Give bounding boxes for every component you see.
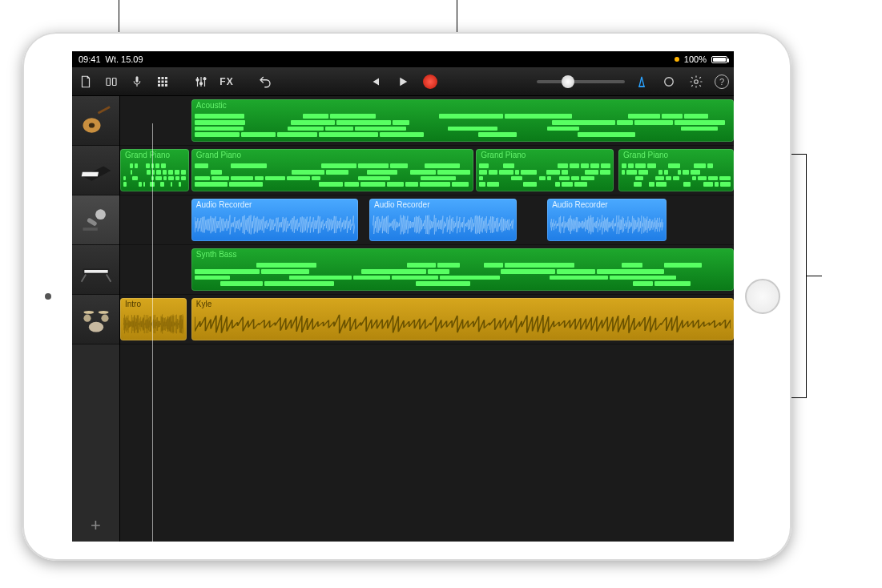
undo-icon[interactable]: [256, 73, 274, 91]
ipad-frame: 09:41 Wt. 15.09 100% FX: [22, 32, 791, 561]
fx-button[interactable]: FX: [218, 73, 236, 91]
svg-point-18: [203, 77, 206, 79]
toolbar: FX: [72, 67, 734, 96]
region-label: Audio Recorder: [374, 200, 429, 209]
home-button[interactable]: [745, 279, 780, 314]
mic-icon[interactable]: [128, 73, 146, 91]
region-label: Audio Recorder: [552, 200, 607, 209]
transport-controls: [365, 73, 437, 91]
track-lane[interactable]: Audio RecorderAudio RecorderAudio Record…: [120, 195, 734, 245]
callout-line: [806, 154, 807, 398]
status-date: Wt. 15.09: [106, 54, 143, 64]
track-lane[interactable]: Synth Bass: [120, 245, 734, 295]
svg-rect-11: [162, 84, 164, 87]
region-label: Audio Recorder: [196, 200, 252, 209]
region-label: Grand Piano: [481, 151, 526, 159]
svg-point-34: [83, 314, 91, 321]
svg-point-23: [88, 123, 94, 127]
location-indicator-icon: [675, 57, 679, 62]
track-header-mic[interactable]: [72, 195, 119, 245]
svg-rect-25: [81, 171, 98, 176]
rewind-button[interactable]: [365, 73, 383, 91]
metronome-icon[interactable]: [633, 73, 650, 91]
svg-point-37: [98, 311, 108, 314]
callout-line: [806, 276, 822, 276]
svg-rect-9: [165, 80, 167, 83]
svg-rect-6: [165, 77, 167, 79]
region-label: Grand Piano: [196, 151, 241, 159]
loop-icon[interactable]: [660, 73, 678, 91]
region[interactable]: Acoustic: [191, 99, 734, 142]
region[interactable]: Intro: [120, 298, 187, 340]
track-header-piano[interactable]: [72, 146, 119, 195]
region[interactable]: Grand Piano: [618, 149, 734, 191]
track-header-guitar[interactable]: [72, 96, 119, 146]
battery-percent: 100%: [684, 54, 707, 64]
status-time: 09:41: [79, 54, 101, 64]
svg-rect-27: [86, 217, 97, 226]
track-headers: +: [72, 96, 120, 542]
help-button[interactable]: ?: [715, 75, 729, 89]
region-label: Synth Bass: [196, 250, 237, 259]
svg-point-36: [83, 311, 94, 314]
svg-rect-5: [162, 77, 164, 79]
svg-rect-12: [165, 84, 167, 87]
svg-point-20: [665, 77, 674, 86]
region[interactable]: Audio Recorder: [191, 199, 358, 241]
svg-rect-2: [136, 76, 139, 83]
record-button[interactable]: [423, 75, 437, 89]
battery-icon: [711, 56, 727, 63]
svg-point-17: [200, 82, 203, 84]
svg-rect-24: [97, 106, 110, 114]
svg-point-21: [695, 79, 699, 83]
grid-icon[interactable]: [154, 73, 171, 91]
region[interactable]: Grand Piano: [191, 149, 473, 191]
svg-rect-4: [158, 77, 160, 79]
svg-line-32: [106, 274, 111, 281]
svg-rect-28: [83, 228, 97, 231]
svg-rect-0: [107, 78, 111, 85]
my-songs-button[interactable]: [77, 73, 95, 91]
svg-point-33: [88, 321, 103, 332]
svg-rect-8: [162, 80, 164, 83]
track-header-drums[interactable]: [72, 295, 119, 344]
svg-point-16: [196, 79, 199, 81]
region[interactable]: Grand Piano: [120, 149, 189, 191]
svg-rect-30: [84, 270, 107, 273]
track-header-synth[interactable]: [72, 245, 119, 295]
region[interactable]: Kyle: [191, 298, 734, 340]
master-volume-slider[interactable]: [537, 80, 625, 83]
region-label: Grand Piano: [623, 151, 668, 159]
region-label: Grand Piano: [125, 151, 170, 159]
region-label: Intro: [125, 300, 141, 308]
region[interactable]: Synth Bass: [191, 248, 734, 291]
track-lane[interactable]: Acoustic: [120, 96, 734, 146]
add-track-button[interactable]: +: [72, 509, 119, 542]
region[interactable]: Grand Piano: [476, 149, 614, 191]
track-lanes[interactable]: AcousticGrand PianoGrand PianoGrand Pian…: [120, 96, 734, 542]
slider-thumb[interactable]: [562, 75, 574, 88]
region-label: Acoustic: [196, 101, 227, 110]
region[interactable]: Audio Recorder: [369, 199, 517, 241]
mixer-icon[interactable]: [192, 73, 210, 91]
svg-point-35: [101, 314, 108, 321]
tracks-area: + AcousticGrand PianoGrand PianoGrand Pi…: [72, 96, 734, 542]
region[interactable]: Audio Recorder: [547, 199, 667, 241]
svg-rect-7: [158, 80, 160, 83]
status-bar: 09:41 Wt. 15.09 100%: [72, 51, 734, 67]
region-label: Kyle: [196, 300, 211, 308]
app-screen: 09:41 Wt. 15.09 100% FX: [72, 51, 734, 542]
svg-line-31: [81, 274, 86, 281]
svg-point-26: [95, 209, 106, 219]
settings-icon[interactable]: [687, 73, 705, 91]
play-button[interactable]: [394, 73, 412, 91]
track-lane[interactable]: IntroKyle: [120, 295, 734, 344]
track-lane[interactable]: Grand PianoGrand PianoGrand PianoGrand P…: [120, 146, 734, 195]
ipad-camera: [45, 293, 51, 300]
browser-button[interactable]: [103, 73, 120, 91]
svg-rect-1: [113, 78, 117, 85]
svg-rect-10: [158, 84, 160, 87]
